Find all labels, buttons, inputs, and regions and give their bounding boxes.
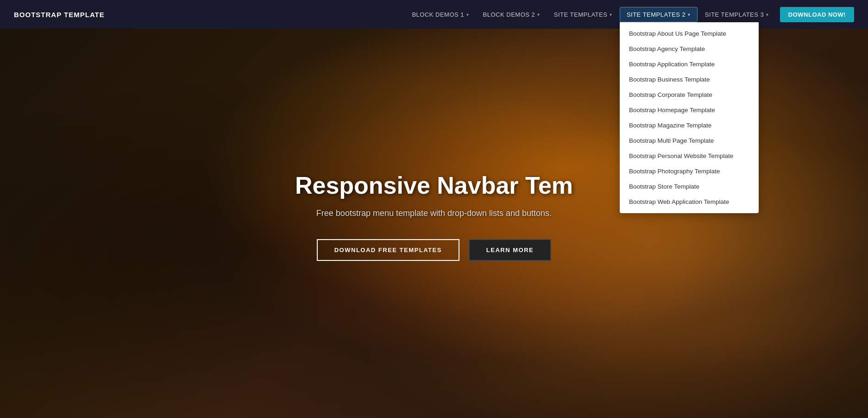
dropdown-item-application[interactable]: Bootstrap Application Template xyxy=(620,57,759,72)
learn-more-button[interactable]: LEARN MORE xyxy=(469,239,551,261)
chevron-down-icon: ▾ xyxy=(466,12,469,17)
navbar-brand: BOOTSTRAP TEMPLATE xyxy=(14,11,105,19)
dropdown-item-multi-page[interactable]: Bootstrap Multi Page Template xyxy=(620,133,759,148)
chevron-down-icon: ▾ xyxy=(610,12,612,17)
nav-items: BLOCK DEMOS 1 ▾ BLOCK DEMOS 2 ▾ SITE TEM… xyxy=(405,7,854,22)
dropdown-item-homepage[interactable]: Bootstrap Homepage Template xyxy=(620,102,759,118)
dropdown-item-corporate[interactable]: Bootstrap Corporate Template xyxy=(620,87,759,102)
chevron-down-icon: ▾ xyxy=(537,12,540,17)
dropdown-item-business[interactable]: Bootstrap Business Template xyxy=(620,72,759,87)
chevron-down-icon: ▾ xyxy=(688,12,691,17)
dropdown-item-agency[interactable]: Bootstrap Agency Template xyxy=(620,41,759,57)
dropdown-item-photography[interactable]: Bootstrap Photography Template xyxy=(620,164,759,179)
navbar: BOOTSTRAP TEMPLATE BLOCK DEMOS 1 ▾ BLOCK… xyxy=(0,0,868,29)
dropdown-item-personal[interactable]: Bootstrap Personal Website Template xyxy=(620,148,759,164)
dropdown-item-web-app[interactable]: Bootstrap Web Application Template xyxy=(620,194,759,209)
dropdown-item-magazine[interactable]: Bootstrap Magazine Template xyxy=(620,118,759,133)
hero-subtitle: Free bootstrap menu template with drop-d… xyxy=(295,209,573,218)
hero-content: Responsive Navbar Tem Free bootstrap men… xyxy=(286,171,582,261)
dropdown-item-store[interactable]: Bootstrap Store Template xyxy=(620,179,759,194)
nav-item-site-templates-3: SITE TEMPLATES 3 ▾ xyxy=(698,7,775,22)
nav-link-site-templates-2[interactable]: SITE TEMPLATES 2 ▾ xyxy=(620,7,698,22)
nav-link-block-demos-1[interactable]: BLOCK DEMOS 1 ▾ xyxy=(405,7,475,22)
nav-link-site-templates[interactable]: SITE TEMPLATES ▾ xyxy=(547,7,619,22)
download-free-templates-button[interactable]: DOWNLOAD FREE TEMPLATES xyxy=(317,239,459,261)
dropdown-item-about-us[interactable]: Bootstrap About Us Page Template xyxy=(620,26,759,41)
dropdown-menu: Bootstrap About Us Page Template Bootstr… xyxy=(620,22,759,213)
nav-item-block-demos-2: BLOCK DEMOS 2 ▾ xyxy=(477,7,547,22)
nav-item-site-templates: SITE TEMPLATES ▾ xyxy=(547,7,619,22)
nav-link-block-demos-2[interactable]: BLOCK DEMOS 2 ▾ xyxy=(477,7,547,22)
chevron-down-icon: ▾ xyxy=(766,12,769,17)
hero-title: Responsive Navbar Tem xyxy=(295,171,573,199)
download-now-button[interactable]: DOWNLOAD NOW! xyxy=(780,7,854,22)
nav-item-site-templates-2: SITE TEMPLATES 2 ▾ Bootstrap About Us Pa… xyxy=(620,7,698,22)
hero-buttons: DOWNLOAD FREE TEMPLATES LEARN MORE xyxy=(295,239,573,261)
nav-item-block-demos-1: BLOCK DEMOS 1 ▾ xyxy=(405,7,475,22)
nav-link-site-templates-3[interactable]: SITE TEMPLATES 3 ▾ xyxy=(698,7,775,22)
